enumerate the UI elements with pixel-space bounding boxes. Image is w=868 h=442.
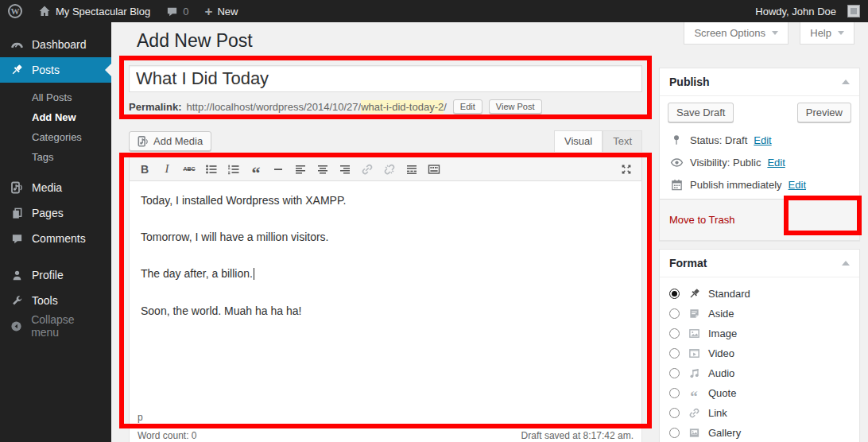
content-area: Screen Options Help Add New Post Permali… xyxy=(111,22,868,442)
collapse-toggle-icon[interactable] xyxy=(842,261,850,266)
status-text: Status: Draft xyxy=(690,134,747,146)
horizontal-rule-icon xyxy=(272,163,285,176)
sidebar-item-collapse-menu[interactable]: Collapse menu xyxy=(0,313,111,339)
help-tab[interactable]: Help xyxy=(800,22,854,45)
account-menu[interactable]: Howdy, John Doe xyxy=(747,0,860,22)
link-icon xyxy=(687,407,701,419)
move-to-trash-link[interactable]: Move to Trash xyxy=(669,214,734,226)
new-content-menu[interactable]: + New xyxy=(196,0,246,22)
word-count: Word count: 0 xyxy=(138,430,197,441)
blockquote-icon: “ xyxy=(252,162,261,176)
sidebar-item-dashboard[interactable]: Dashboard xyxy=(0,32,111,57)
pushpin-icon xyxy=(687,288,701,300)
visibility-eye-icon xyxy=(669,156,684,169)
sidebar-item-label: Tools xyxy=(32,294,58,307)
unlink-icon xyxy=(383,163,396,176)
format-option-image[interactable]: Image xyxy=(669,324,850,343)
format-option-aside[interactable]: Aside xyxy=(669,304,850,324)
editor-element-path[interactable]: p xyxy=(130,410,641,424)
tab-text[interactable]: Text xyxy=(603,130,642,152)
blockquote-button[interactable]: “ xyxy=(246,160,266,179)
radio-button[interactable] xyxy=(669,408,680,418)
tab-visual[interactable]: Visual xyxy=(554,130,603,152)
edit-visibility-link[interactable]: Edit xyxy=(767,157,785,169)
permalink-label: Permalink: xyxy=(129,101,181,113)
collapse-arrow-icon xyxy=(10,320,23,332)
fullscreen-button[interactable] xyxy=(616,160,637,179)
sidebar-item-categories[interactable]: Categories xyxy=(0,127,111,147)
site-name-label: My Spectacular Blog xyxy=(56,6,150,17)
format-option-video[interactable]: Video xyxy=(669,343,850,363)
more-tag-button[interactable] xyxy=(401,160,422,179)
edit-permalink-button[interactable]: Edit xyxy=(453,99,482,114)
strikethrough-button[interactable]: ABC xyxy=(179,160,200,179)
add-media-button[interactable]: Add Media xyxy=(129,131,211,151)
link-icon xyxy=(361,163,374,176)
publish-box-header[interactable]: Publish xyxy=(660,68,859,96)
radio-button[interactable] xyxy=(669,368,680,378)
sidebar-item-add-new[interactable]: Add New xyxy=(0,107,111,127)
radio-button[interactable] xyxy=(669,348,680,359)
edit-schedule-link[interactable]: Edit xyxy=(789,179,806,191)
editor-paragraph: Tomorrow, I will have a million visitors… xyxy=(141,230,630,244)
sidebar-item-all-posts[interactable]: All Posts xyxy=(0,87,111,107)
unlink-button[interactable] xyxy=(379,160,400,179)
user-avatar xyxy=(847,5,860,17)
permalink-slug: what-i-did-today-2 xyxy=(361,100,444,114)
view-post-button[interactable]: View Post xyxy=(489,99,542,114)
new-label: New xyxy=(217,6,238,17)
italic-button[interactable]: I xyxy=(157,160,177,179)
numbered-list-icon xyxy=(227,163,240,176)
quote-icon: “ xyxy=(687,387,701,399)
align-right-button[interactable] xyxy=(335,160,355,179)
radio-button[interactable] xyxy=(669,328,680,339)
bold-icon: B xyxy=(141,163,149,176)
format-box: Format Standard Aside xyxy=(659,249,860,442)
link-button[interactable] xyxy=(357,160,378,179)
toolbar-toggle-button[interactable] xyxy=(424,160,444,179)
editor-paragraph: Today, I installed Wordpress with XAMPP. xyxy=(141,193,630,207)
sidebar-item-profile[interactable]: Profile xyxy=(0,262,111,288)
comments-shortcut[interactable]: 0 xyxy=(158,0,196,22)
sidebar-item-comments[interactable]: Comments xyxy=(0,226,111,251)
align-left-button[interactable] xyxy=(290,160,311,179)
sidebar-item-media[interactable]: Media xyxy=(0,175,111,200)
radio-button[interactable] xyxy=(669,289,680,299)
format-box-header[interactable]: Format xyxy=(660,250,859,277)
edit-status-link[interactable]: Edit xyxy=(754,134,771,146)
post-status-info-bar: Word count: 0 Draft saved at 8:17:42 am. xyxy=(129,428,642,442)
radio-button[interactable] xyxy=(669,388,680,398)
format-option-link[interactable]: Link xyxy=(669,403,850,423)
comments-bubble-icon xyxy=(166,6,178,17)
format-option-gallery[interactable]: Gallery xyxy=(669,423,850,442)
publish-box-body: Save Draft Preview Status: Draft Edit Vi… xyxy=(660,96,859,199)
preview-button[interactable]: Preview xyxy=(797,103,851,122)
numbered-list-button[interactable] xyxy=(223,160,244,179)
comments-icon xyxy=(10,233,24,245)
horizontal-rule-button[interactable] xyxy=(268,160,289,179)
bold-button[interactable]: B xyxy=(134,160,155,179)
publish-box: Publish Save Draft Preview Status: Draft… xyxy=(659,68,860,241)
format-option-audio[interactable]: Audio xyxy=(669,363,850,383)
bulleted-list-button[interactable] xyxy=(201,160,222,179)
sidebar-item-tools[interactable]: Tools xyxy=(0,288,111,313)
align-center-button[interactable] xyxy=(312,160,333,179)
sidebar-item-posts[interactable]: Posts xyxy=(0,57,111,83)
format-option-standard[interactable]: Standard xyxy=(669,284,850,304)
post-edit-column: Permalink: http://localhost/wordpress/20… xyxy=(129,65,642,442)
media-icon xyxy=(10,181,24,194)
screen-options-tab[interactable]: Screen Options xyxy=(684,22,789,45)
pages-icon xyxy=(10,207,24,219)
sidebar-item-tags[interactable]: Tags xyxy=(0,147,111,167)
sidebar-item-pages[interactable]: Pages xyxy=(0,200,111,226)
site-name-link[interactable]: My Spectacular Blog xyxy=(30,0,158,22)
radio-button[interactable] xyxy=(669,428,680,438)
format-option-quote[interactable]: “ Quote xyxy=(669,383,850,403)
radio-button[interactable] xyxy=(669,308,680,319)
post-title-input[interactable] xyxy=(129,65,642,92)
wordpress-menu[interactable]: W xyxy=(0,0,30,22)
collapse-toggle-icon[interactable] xyxy=(842,79,850,84)
save-draft-button[interactable]: Save Draft xyxy=(668,103,734,122)
editor-content[interactable]: Today, I installed Wordpress with XAMPP.… xyxy=(130,181,641,410)
sidebar-item-label: Dashboard xyxy=(32,38,87,51)
